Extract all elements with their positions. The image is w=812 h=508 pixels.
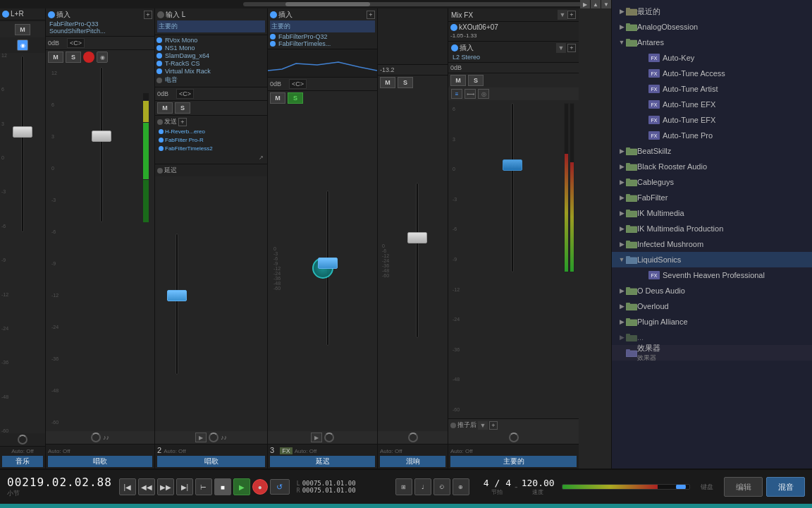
ch3-vmr[interactable]: Virtual Mix Rack <box>164 68 212 75</box>
ch2-rotary[interactable] <box>91 433 101 442</box>
go-start-btn[interactable]: |◀ <box>119 478 136 495</box>
browser-item-overloud[interactable]: ▶ Overloud <box>612 298 812 314</box>
ch1-fader-handle[interactable] <box>13 126 32 138</box>
ch2-pan[interactable]: <C> <box>67 38 85 48</box>
ch4-m[interactable]: M <box>270 92 285 104</box>
ch4-handle[interactable] <box>318 258 338 269</box>
browser-item-beatskillz[interactable]: ▶ BeatSkillz <box>612 143 812 159</box>
ch1-power-btn[interactable] <box>2 11 9 18</box>
ch3-m[interactable]: M <box>157 102 173 114</box>
ch4-main[interactable]: 主要的 <box>270 20 375 32</box>
ch1-rotary[interactable] <box>18 435 27 445</box>
ch3-sends-add[interactable]: + <box>178 118 187 126</box>
ch6-handle[interactable] <box>503 159 522 171</box>
ch3-slam[interactable]: SlamDawg_x64 <box>164 52 211 59</box>
ch3-handle[interactable] <box>167 290 187 301</box>
ch1-m-btn[interactable]: M <box>15 24 30 35</box>
ch5-m[interactable]: M <box>380 77 395 88</box>
browser-item-odeus[interactable]: ▶ O Deus Audio <box>612 283 812 298</box>
browser-item-analog[interactable]: ▶ AnalogObsession <box>612 19 812 35</box>
ch2-s-btn[interactable]: S <box>66 52 81 63</box>
ch4-plugin2[interactable]: FabFilterTimeles... <box>277 40 332 47</box>
ch5-handle[interactable] <box>407 232 427 243</box>
ch3-sends-power[interactable] <box>157 119 163 125</box>
ch3-power-btn[interactable] <box>157 11 164 18</box>
scroll-up-btn[interactable]: ▲ <box>591 0 601 8</box>
ch6-pushafter-power[interactable] <box>450 423 456 428</box>
ch2-handle[interactable] <box>92 131 111 142</box>
record-btn[interactable]: ● <box>252 479 268 495</box>
ch3-send2[interactable]: FabFilter Pro-R <box>157 136 265 145</box>
ch4-icon1[interactable]: ▶ <box>311 433 322 442</box>
ch3-send3[interactable]: FabFilterTimeless2 <box>157 145 265 153</box>
ch1-monitor-btn[interactable]: ◉ <box>17 40 28 51</box>
ch6-m[interactable]: M <box>450 75 466 86</box>
ch3-dianyin[interactable]: 电音 <box>164 75 179 85</box>
ch2-add-btn[interactable]: + <box>144 11 152 19</box>
browser-item-auto-efx1[interactable]: FX Auto-Tune EFX <box>612 97 812 112</box>
ch4-name[interactable]: 延迟 <box>270 456 375 467</box>
mix-btn[interactable]: 混音 <box>766 477 805 497</box>
ch6-rotary[interactable] <box>509 433 519 442</box>
scrollbar-thumb[interactable] <box>285 2 370 6</box>
browser-item-auto-access[interactable]: FX Auto-Tune Access <box>612 66 812 81</box>
ch3-p2-power[interactable] <box>156 45 162 51</box>
ch6-icon-eq[interactable]: ≡ <box>451 89 462 99</box>
ch3-rvox[interactable]: RVox Mono <box>164 37 199 44</box>
cpu-indicator[interactable] <box>676 484 686 490</box>
ch3-p4-power[interactable] <box>156 61 162 66</box>
ch4-p1-power[interactable] <box>270 34 276 40</box>
ch3-p5-power[interactable] <box>156 68 162 74</box>
browser-item-seventh[interactable]: FX Seventh Heaven Professional <box>612 267 812 283</box>
stop-btn[interactable]: ■ <box>214 478 231 495</box>
ch3-name[interactable]: 唱歌 <box>157 456 265 467</box>
punch-btn[interactable]: ⊕ <box>453 478 469 495</box>
ch6-mixfx-dropdown[interactable]: ▼ <box>558 10 567 20</box>
ch6-icon-routing[interactable]: ⟷ <box>465 89 476 99</box>
browser-item-auto-pro[interactable]: FX Auto-Tune Pro <box>612 128 812 143</box>
loop-btn[interactable]: ↺ <box>270 479 290 495</box>
ch3-icon1[interactable]: ▶ <box>195 433 207 442</box>
ch3-rotary[interactable] <box>209 433 219 442</box>
browser-item-blackrooster[interactable]: ▶ Black Rooster Audio <box>612 159 812 174</box>
ch3-ns1[interactable]: NS1 Mono <box>164 44 197 52</box>
metronome-btn[interactable]: ♩ <box>414 478 431 495</box>
ch6-name[interactable]: 主要的 <box>450 456 577 467</box>
ch3-pan[interactable]: <C> <box>176 89 194 99</box>
ch6-l2[interactable]: L2 Stereo <box>451 54 576 61</box>
ch3-p1-power[interactable] <box>156 37 162 43</box>
browser-item-auto-artist[interactable]: FX Auto-Tune Artist <box>612 81 812 97</box>
ch2-rec-btn[interactable] <box>83 52 94 63</box>
browser-item-pluginalliance[interactable]: ▶ Plugin Alliance <box>612 314 812 329</box>
ch2-power-btn[interactable] <box>48 11 55 18</box>
ch1-name[interactable]: 音乐 <box>2 456 43 467</box>
browser-item-ik-prod[interactable]: ▶ IK Multimedia Production <box>612 221 812 236</box>
ch5-s[interactable]: S <box>398 77 413 88</box>
browser-item-antares[interactable]: ▼ Antares <box>612 35 812 50</box>
browser-item-cableguys[interactable]: ▶ Cableguys <box>612 174 812 190</box>
ch4-p2-power[interactable] <box>270 41 276 47</box>
ch6-insert-power[interactable] <box>451 44 458 52</box>
browser-item-liquidsonics[interactable]: ▼ LiquidSonics <box>612 252 812 267</box>
forward-btn[interactable]: ▶▶ <box>157 478 174 495</box>
tempo-value[interactable]: 120.00 <box>522 478 555 488</box>
ch2-monitor-btn[interactable]: ◉ <box>97 52 108 63</box>
ch4-power-btn[interactable] <box>270 11 277 18</box>
scroll-down-btn[interactable]: ▼ <box>601 0 611 8</box>
ch2-plugin2[interactable]: SoundShifterPitch... <box>48 28 152 35</box>
browser-item-partial[interactable]: ▶ ... <box>612 329 812 345</box>
browser-item-effects[interactable]: 效果器 效果器 <box>612 345 812 361</box>
scrollbar-track[interactable] <box>243 2 590 6</box>
ch2-name[interactable]: 唱歌 <box>48 456 152 467</box>
ch6-s[interactable]: S <box>468 75 484 86</box>
ch6-insert-dropdown[interactable]: ▼ <box>556 43 566 53</box>
ch3-p6-power[interactable] <box>156 78 162 83</box>
ch3-main-label[interactable]: 主要的 <box>157 20 265 32</box>
scroll-play-btn[interactable]: ▶ <box>580 0 590 8</box>
ch2-plugin1[interactable]: FabFilterPro-Q33 <box>48 20 152 28</box>
ch4-add[interactable]: + <box>367 11 375 19</box>
ch3-tracks[interactable]: T-RackS CS <box>164 60 202 67</box>
snap-btn[interactable]: ⊞ <box>395 478 412 495</box>
rewind-btn[interactable]: ◀◀ <box>138 478 155 495</box>
ch2-m-btn[interactable]: M <box>48 52 63 63</box>
